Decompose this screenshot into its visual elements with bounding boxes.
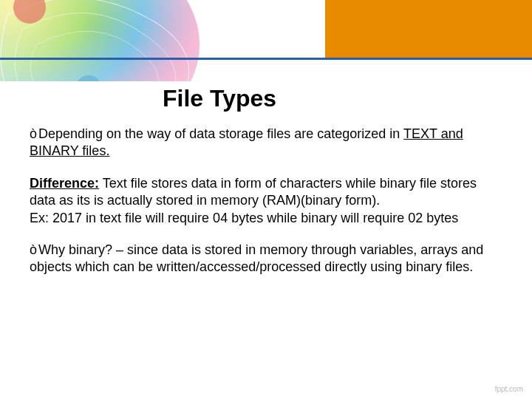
p3-text: Why binary? – since data is stored in me… bbox=[30, 242, 483, 274]
watermark: fppt.com bbox=[495, 385, 523, 393]
slide-content: File Types òDepending on the way of data… bbox=[30, 85, 502, 291]
p2-text-c: Ex: 2017 in text file will require 04 by… bbox=[30, 211, 458, 225]
down-arrow-icon: ò bbox=[30, 242, 37, 257]
slide-title: File Types bbox=[163, 85, 502, 112]
p2-label: Difference: bbox=[30, 176, 99, 191]
header-accent-block bbox=[325, 0, 532, 58]
paragraph-2: Difference: Text file stores data in for… bbox=[30, 175, 502, 227]
p1-text-a: Depending on the way of data storage fil… bbox=[38, 126, 403, 141]
header-underline bbox=[0, 58, 532, 60]
paragraph-1: òDepending on the way of data storage fi… bbox=[30, 126, 502, 160]
slide-header bbox=[0, 0, 532, 81]
decorative-swirl bbox=[0, 0, 273, 81]
paragraph-3: òWhy binary? – since data is stored in m… bbox=[30, 242, 502, 276]
down-arrow-icon: ò bbox=[30, 126, 37, 141]
